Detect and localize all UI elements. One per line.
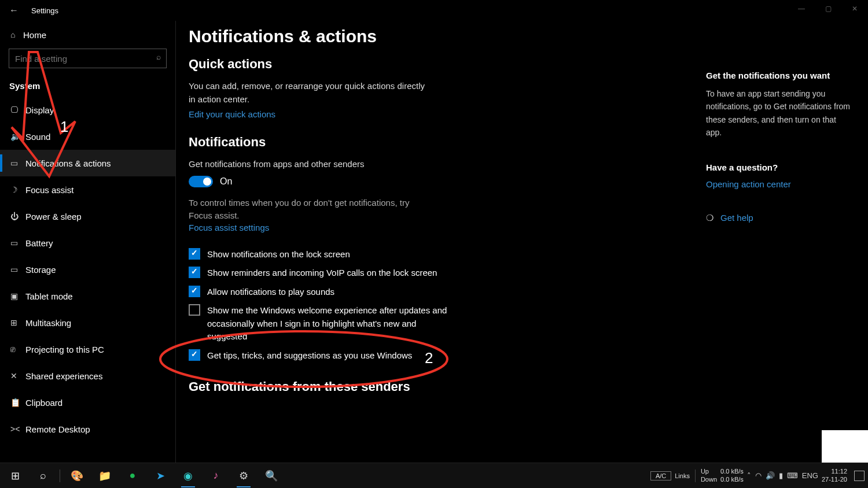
titlebar: ← Settings — ▢ ✕ — [0, 0, 868, 21]
get-help-link[interactable]: Get help — [720, 213, 753, 223]
close-button[interactable]: ✕ — [841, 0, 868, 17]
remote-desktop-icon: >< — [10, 424, 25, 434]
tray-keyboard-icon[interactable]: ⌨ — [787, 471, 798, 480]
search-icon: ⌕ — [156, 52, 161, 61]
sidebar-item-projecting[interactable]: ⎚ Projecting to this PC — [0, 336, 175, 363]
senders-label: Get notifications from apps and other se… — [189, 158, 432, 171]
projecting-icon: ⎚ — [10, 345, 25, 354]
taskbar-clock[interactable]: 11:1227-11-20 — [822, 468, 847, 483]
notifications-icon: ▭ — [10, 158, 25, 168]
sidebar-item-label: Sound — [25, 132, 50, 142]
focus-assist-icon: ☽ — [10, 185, 25, 194]
checkbox-icon[interactable] — [189, 248, 200, 260]
tray-wifi-icon[interactable]: ◠ — [755, 471, 762, 480]
clipboard-icon: 📋 — [10, 398, 25, 407]
check-lock-screen-notifications[interactable]: Show notifications on the lock screen — [189, 248, 455, 261]
check-tips-tricks[interactable]: Get tips, tricks, and suggestions as you… — [189, 349, 455, 363]
toggle-state: On — [220, 176, 232, 187]
system-tray[interactable]: ˄ ◠ 🔊 ▮ ⌨ ENG — [747, 471, 818, 480]
sidebar-item-battery[interactable]: ▭ Battery — [0, 230, 175, 256]
sidebar-item-label: Remote Desktop — [25, 424, 90, 434]
search-box[interactable]: ⌕ — [9, 49, 167, 68]
sidebar-item-focus-assist[interactable]: ☽ Focus assist — [0, 176, 175, 203]
taskbar-net-meter-speeds: 0.0 kB/s0.0 kB/s — [720, 468, 744, 483]
action-center-button[interactable] — [854, 471, 865, 481]
sidebar-item-tablet-mode[interactable]: ▣ Tablet mode — [0, 283, 175, 309]
quick-actions-desc: You can add, remove, or rearrange your q… — [189, 80, 432, 106]
info-text: To have an app start sending you notific… — [706, 87, 851, 139]
info-question-title: Have a question? — [706, 162, 851, 172]
sidebar-item-display[interactable]: 🖵 Display — [0, 97, 175, 123]
storage-icon: ▭ — [10, 265, 25, 274]
notifications-toggle[interactable] — [189, 176, 213, 187]
window-controls: — ▢ ✕ — [788, 0, 868, 17]
battery-icon: ▭ — [10, 238, 25, 247]
sidebar-item-notifications[interactable]: ▭ Notifications & actions — [0, 150, 175, 176]
help-icon: ❍ — [706, 213, 713, 223]
taskbar-app-telegram[interactable]: ➤ — [148, 463, 173, 489]
sidebar-item-power-sleep[interactable]: ⏻ Power & sleep — [0, 203, 175, 230]
sidebar-item-storage[interactable]: ▭ Storage — [0, 256, 175, 283]
search-input[interactable] — [9, 49, 167, 68]
edit-quick-actions-link[interactable]: Edit your quick actions — [189, 109, 275, 119]
focus-assist-text: To control times when you do or don't ge… — [189, 197, 432, 223]
minimize-button[interactable]: — — [788, 0, 815, 17]
check-play-sounds[interactable]: Allow notifications to play sounds — [189, 286, 455, 299]
display-icon: 🖵 — [10, 105, 25, 114]
sidebar-item-label: Display — [25, 105, 54, 115]
check-label: Show reminders and incoming VoIP calls o… — [207, 267, 437, 280]
maximize-button[interactable]: ▢ — [815, 0, 841, 17]
home-icon: ⌂ — [10, 30, 23, 39]
sidebar-item-sound[interactable]: 🔊 Sound — [0, 123, 175, 150]
sidebar-item-clipboard[interactable]: 📋 Clipboard — [0, 389, 175, 416]
sidebar-home[interactable]: ⌂ Home — [0, 21, 175, 49]
taskbar-app-settings[interactable]: ⚙ — [231, 463, 256, 489]
tray-volume-icon[interactable]: 🔊 — [766, 471, 775, 480]
checkbox-icon[interactable] — [189, 286, 200, 297]
taskbar-search-button[interactable]: ⌕ — [30, 463, 56, 489]
window-title: Settings — [31, 6, 58, 15]
info-question-link[interactable]: Opening action center — [706, 179, 791, 189]
main-content: Notifications & actions Quick actions Yo… — [176, 21, 868, 463]
tray-chevron-icon[interactable]: ˄ — [747, 471, 751, 480]
sound-icon: 🔊 — [10, 132, 25, 141]
back-button[interactable]: ← — [0, 5, 28, 16]
start-button[interactable]: ⊞ — [2, 463, 28, 489]
focus-assist-link[interactable]: Focus assist settings — [189, 223, 269, 232]
info-column: Get the notifications you want To have a… — [706, 71, 851, 223]
home-label: Home — [23, 30, 46, 40]
page-title: Notifications & actions — [189, 27, 655, 46]
taskbar-app-paint[interactable]: 🎨 — [64, 463, 90, 489]
checkbox-icon[interactable] — [189, 349, 200, 361]
taskbar-ac-status[interactable]: A/C — [650, 471, 671, 480]
checkbox-icon[interactable] — [189, 304, 200, 316]
sidebar-item-label: Focus assist — [25, 185, 73, 195]
sidebar-item-label: Notifications & actions — [25, 158, 111, 168]
sidebar-item-label: Clipboard — [25, 398, 62, 408]
taskbar-links[interactable]: Links — [675, 472, 690, 479]
sidebar-item-label: Battery — [25, 238, 53, 248]
sidebar-item-remote-desktop[interactable]: >< Remote Desktop — [0, 416, 175, 442]
check-welcome-experience[interactable]: Show me the Windows welcome experience a… — [189, 304, 455, 343]
taskbar-app-spotify[interactable]: ● — [120, 463, 145, 489]
sidebar-item-label: Shared experiences — [25, 371, 102, 381]
check-reminders-voip[interactable]: Show reminders and incoming VoIP calls o… — [189, 267, 455, 280]
taskbar-app-file-explorer[interactable]: 📁 — [92, 463, 117, 489]
taskbar-net-meter-labels: UpDown — [701, 468, 717, 483]
taskbar-separator — [60, 469, 60, 482]
sidebar-item-shared-experiences[interactable]: ✕ Shared experiences — [0, 363, 175, 389]
check-label: Allow notifications to play sounds — [207, 286, 334, 299]
taskbar-app-everything[interactable]: 🔍 — [259, 463, 284, 489]
tray-language[interactable]: ENG — [802, 471, 818, 480]
sidebar-item-multitasking[interactable]: ⊞ Multitasking — [0, 309, 175, 336]
sidebar-category: System — [0, 72, 175, 97]
sidebar-item-label: Projecting to this PC — [25, 345, 104, 354]
sidebar-item-label: Tablet mode — [25, 291, 73, 301]
tablet-icon: ▣ — [10, 291, 25, 301]
checkbox-icon[interactable] — [189, 267, 200, 278]
tray-battery-icon[interactable]: ▮ — [779, 471, 783, 480]
taskbar: ⊞ ⌕ 🎨 📁 ● ➤ ◉ ♪ ⚙ 🔍 A/C Links UpDown 0.0… — [0, 463, 868, 488]
check-label: Show me the Windows welcome experience a… — [207, 304, 455, 343]
taskbar-app-itunes[interactable]: ♪ — [203, 463, 229, 489]
taskbar-app-edge[interactable]: ◉ — [175, 463, 201, 489]
